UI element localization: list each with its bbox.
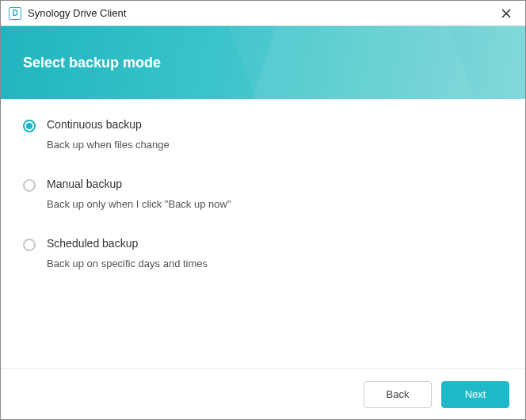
option-description: Back up on specific days and times xyxy=(47,258,208,269)
content-area: Continuous backup Back up when files cha… xyxy=(1,99,525,368)
option-scheduled-backup[interactable]: Scheduled backup Back up on specific day… xyxy=(23,237,503,269)
page-title: Select backup mode xyxy=(23,55,161,71)
app-title: Synology Drive Client xyxy=(28,7,495,19)
radio-manual[interactable] xyxy=(23,179,36,192)
radio-continuous[interactable] xyxy=(23,120,36,132)
option-title: Continuous backup xyxy=(47,118,170,131)
app-icon: D xyxy=(9,7,21,20)
option-description: Back up only when I click "Back up now" xyxy=(47,198,231,210)
option-title: Manual backup xyxy=(47,178,231,190)
next-button[interactable]: Next xyxy=(441,381,509,408)
option-text: Manual backup Back up only when I click … xyxy=(47,178,231,210)
option-title: Scheduled backup xyxy=(47,237,208,250)
back-button[interactable]: Back xyxy=(364,381,432,408)
option-text: Scheduled backup Back up on specific day… xyxy=(47,237,208,269)
close-icon xyxy=(501,9,511,18)
option-description: Back up when files change xyxy=(47,139,170,151)
footer: Back Next xyxy=(1,368,525,419)
option-text: Continuous backup Back up when files cha… xyxy=(47,118,170,151)
option-continuous-backup[interactable]: Continuous backup Back up when files cha… xyxy=(23,118,503,151)
radio-scheduled[interactable] xyxy=(23,239,36,251)
page-header: Select backup mode xyxy=(1,26,525,99)
titlebar: D Synology Drive Client xyxy=(1,1,525,26)
app-window: D Synology Drive Client Select backup mo… xyxy=(0,0,526,420)
close-button[interactable] xyxy=(495,2,517,25)
option-manual-backup[interactable]: Manual backup Back up only when I click … xyxy=(23,178,503,210)
